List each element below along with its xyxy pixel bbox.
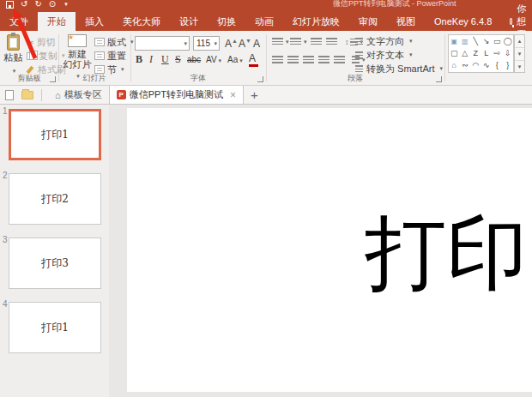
font-dialog-launcher-icon[interactable] <box>257 76 263 82</box>
tell-me-box[interactable]: 告诉我你想要做什么 <box>501 12 532 31</box>
clipboard-dialog-launcher-icon[interactable] <box>50 76 56 82</box>
font-size-combobox[interactable]: 115 ▾ <box>193 36 220 51</box>
copy-icon <box>27 52 33 60</box>
elbow-connector-icon[interactable]: L <box>484 49 488 57</box>
shapes-gallery[interactable]: ▣ ▥ ╲ ↘ ▭ ◯ ▢ △ Z L ⇨ ⇩ ⌂ ∾ ◠ ∿ { } <box>448 34 514 73</box>
tab-review[interactable]: 审阅 <box>349 12 387 31</box>
slides-group: ★ 新建 幻灯片▾ 版式 ▾ 重置 节 ▾ 幻灯片 <box>58 31 130 85</box>
tab-design[interactable]: 设计 <box>170 12 208 31</box>
tab-onekey[interactable]: OneKey 6.4.8 <box>425 12 501 31</box>
character-spacing-dropdown-icon: ▾ <box>219 57 222 63</box>
font-name-dropdown-icon[interactable]: ▾ <box>184 40 187 47</box>
font-size-dropdown-icon[interactable]: ▾ <box>214 40 217 47</box>
character-spacing-label: AV <box>206 55 217 64</box>
add-tab-icon[interactable]: + <box>251 87 258 102</box>
layout-button[interactable]: 版式 ▾ <box>94 36 134 48</box>
ribbon: 粘贴 ▾ ✂ 剪切 复制 ▾ 格式刷 剪贴板 ★ 新建 幻灯片▾ 版式 ▾ <box>0 31 532 86</box>
scribble-shape-icon[interactable]: ∾ <box>462 61 469 69</box>
font-color-label: A <box>249 52 256 64</box>
change-case-button[interactable]: Aa▾ <box>227 55 243 64</box>
arrow-shape-icon[interactable]: ↘ <box>483 37 490 45</box>
tab-slideshow[interactable]: 幻灯片放映 <box>283 12 349 31</box>
gallery-scroll-down-icon[interactable]: ▾ <box>515 48 524 61</box>
distribute-button[interactable] <box>334 56 345 64</box>
layout-label: 版式 <box>107 36 126 49</box>
curve-shape-icon[interactable]: ∿ <box>483 61 490 69</box>
tab-template-zone[interactable]: ⌂ 模板专区 <box>48 86 109 104</box>
align-right-button[interactable] <box>303 56 314 64</box>
undo-icon[interactable]: ↺ <box>21 0 27 10</box>
close-tab-icon[interactable]: × <box>230 89 236 101</box>
reset-button[interactable]: 重置 <box>94 50 126 62</box>
align-center-button[interactable] <box>287 56 299 64</box>
tab-animations[interactable]: 动画 <box>245 12 283 31</box>
rectangle-shape-icon[interactable]: ▭ <box>493 37 501 45</box>
numbering-button[interactable]: ▾ <box>290 38 307 46</box>
left-brace-shape-icon[interactable]: { <box>496 61 499 69</box>
slide-number: 4 <box>3 299 8 309</box>
window-title: 微信PPT转到电脑测试 - PowerPoint <box>333 0 456 9</box>
slide-thumbnail-1[interactable]: 打印1 <box>9 109 101 160</box>
thumbnail-text: 打印1 <box>41 128 69 142</box>
tab-current-document[interactable]: P 微信PPT转到电脑测试 × <box>109 86 244 104</box>
tab-beautify-master[interactable]: 美化大师 <box>113 12 170 31</box>
ribbon-tab-row: 文件 开始 插入 美化大师 设计 切换 动画 幻灯片放映 审阅 视图 OneKe… <box>0 12 532 31</box>
slide-thumbnail-3[interactable]: 打印3 <box>9 238 101 289</box>
change-case-dropdown-icon: ▾ <box>239 57 243 63</box>
right-brace-shape-icon[interactable]: } <box>506 61 509 69</box>
italic-button[interactable]: I <box>149 53 153 66</box>
tabbar-separator <box>41 89 42 101</box>
redo-icon[interactable]: ↻ <box>34 0 41 10</box>
align-text-button[interactable]: 对齐文本 ▾ <box>355 49 413 61</box>
tab-transitions[interactable]: 切换 <box>208 12 245 31</box>
triangle-shape-icon[interactable]: △ <box>462 49 468 57</box>
strikethrough-button[interactable]: S <box>175 53 181 66</box>
right-arrow-shape-icon[interactable]: ⇨ <box>493 49 500 57</box>
tab-insert[interactable]: 插入 <box>76 12 113 31</box>
placeholder-shape-icon[interactable]: ▣ <box>450 38 457 45</box>
new-document-icon[interactable] <box>5 90 14 100</box>
placeholder-shape-icon[interactable]: ▥ <box>462 38 469 45</box>
qat-customize-icon[interactable]: ▾ <box>64 0 68 10</box>
underline-button[interactable]: U <box>161 53 169 66</box>
gallery-scroll-up-icon[interactable]: ▴ <box>515 35 524 48</box>
tab-home[interactable]: 开始 <box>38 12 76 31</box>
freeform-shape-icon[interactable]: ⌂ <box>452 61 456 69</box>
bold-button[interactable]: B <box>136 53 142 66</box>
font-name-combobox[interactable]: ▾ <box>135 36 190 51</box>
down-arrow-shape-icon[interactable]: ⇩ <box>505 49 511 57</box>
shapes-gallery-scrollbar[interactable]: ▴ ▾ ▾ <box>514 34 525 73</box>
paragraph-dialog-launcher-icon[interactable] <box>436 76 442 82</box>
text-shadow-button[interactable]: abc <box>187 55 201 64</box>
font-color-button[interactable]: A <box>249 52 258 67</box>
open-folder-icon[interactable] <box>21 91 33 99</box>
start-slideshow-icon[interactable]: ⊙ <box>49 0 56 10</box>
paste-button[interactable]: 粘贴 ▾ <box>2 33 25 75</box>
oval-shape-icon[interactable]: ◯ <box>504 37 512 45</box>
freeform-z-shape-icon[interactable]: Z <box>474 49 479 57</box>
text-direction-button[interactable]: 文字方向 ▾ <box>355 35 413 47</box>
tab-file[interactable]: 文件 <box>0 12 38 31</box>
rounded-rectangle-shape-icon[interactable]: ▢ <box>450 49 458 57</box>
line-shape-icon[interactable]: ╲ <box>474 37 478 45</box>
increase-indent-button[interactable] <box>326 38 337 46</box>
align-text-dropdown-icon: ▾ <box>409 51 413 58</box>
align-left-button[interactable] <box>272 56 283 64</box>
current-slide[interactable]: 打印1 <box>127 108 532 392</box>
cut-button[interactable]: ✂ 剪切 <box>27 36 55 48</box>
decrease-indent-button[interactable] <box>311 38 322 46</box>
slide-thumbnail-2[interactable]: 打印2 <box>9 173 101 225</box>
shrink-font-button[interactable]: A▼ <box>239 38 251 50</box>
slide-thumbnail-4[interactable]: 打印1 <box>9 302 101 353</box>
grow-font-button[interactable]: A▲ <box>225 38 238 50</box>
save-icon[interactable] <box>6 1 14 9</box>
clear-formatting-button[interactable]: A <box>253 38 260 50</box>
gallery-more-icon[interactable]: ▾ <box>515 61 524 73</box>
justify-button[interactable] <box>318 56 329 64</box>
smartart-icon <box>355 65 363 73</box>
bullets-button[interactable]: ▾ <box>272 38 289 46</box>
arc-shape-icon[interactable]: ◠ <box>472 61 479 69</box>
character-spacing-button[interactable]: AV▾ <box>206 55 221 64</box>
slide-title-text[interactable]: 打印1 <box>365 213 532 294</box>
tab-view[interactable]: 视图 <box>387 12 425 31</box>
